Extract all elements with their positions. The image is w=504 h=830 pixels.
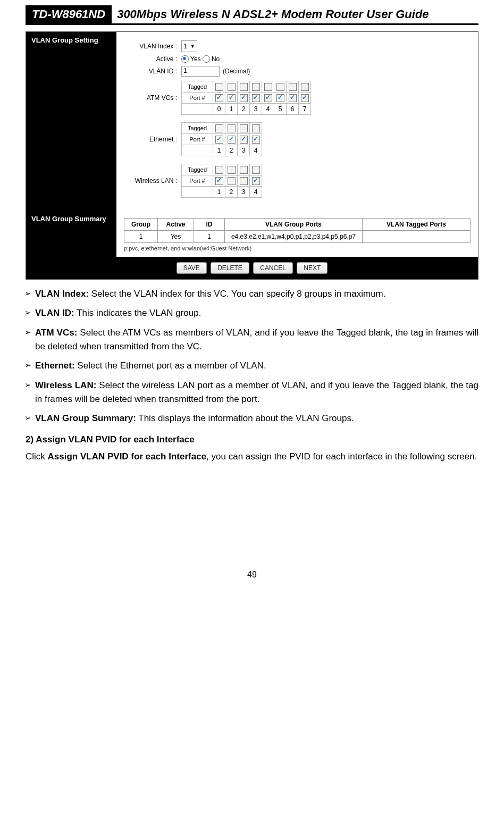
vlan-index-select[interactable]: 1 ▼: [181, 40, 197, 52]
atm-vcs-label: ATM VCs :: [124, 94, 177, 102]
checkbox[interactable]: [240, 124, 248, 132]
checkbox[interactable]: [276, 83, 284, 91]
th-id: ID: [194, 219, 225, 231]
port-legend: p:pvc, e:ethernet, and w:wlan(w4:Guest N…: [124, 245, 471, 251]
checkbox[interactable]: [215, 124, 223, 132]
active-no-text: No: [212, 55, 220, 63]
checkbox[interactable]: [252, 177, 260, 185]
checkbox[interactable]: [240, 166, 248, 174]
next-button[interactable]: NEXT: [297, 262, 327, 274]
ethernet-label: Ethernet :: [124, 136, 177, 143]
list-item: Wireless LAN: Select the wireless LAN po…: [35, 379, 478, 407]
atm-port-grid: Tagged Port # 01234567: [181, 81, 311, 115]
checkbox[interactable]: [252, 94, 260, 102]
checkbox[interactable]: [215, 83, 223, 91]
checkbox[interactable]: [228, 136, 236, 144]
doc-title: 300Mbps Wireless N ADSL2+ Modem Router U…: [112, 5, 434, 23]
vlan-index-value: 1: [183, 43, 187, 50]
list-item: VLAN ID: This indicates the VLAN group.: [35, 306, 478, 320]
checkbox[interactable]: [301, 83, 309, 91]
chevron-down-icon: ▼: [190, 44, 195, 49]
checkbox[interactable]: [215, 136, 223, 144]
checkbox[interactable]: [252, 166, 260, 174]
active-no-radio[interactable]: [203, 55, 210, 63]
checkbox[interactable]: [252, 136, 260, 144]
vlan-index-label: VLAN Index :: [124, 43, 177, 50]
eth-port-grid: Tagged Port # 1234: [181, 122, 262, 156]
checkbox[interactable]: [276, 94, 284, 102]
checkbox[interactable]: [240, 136, 248, 144]
th-active: Active: [158, 219, 194, 231]
th-group: Group: [124, 219, 158, 231]
table-row: 1 Yes 1 e4,e3,e2,e1,w1,w4,p0,p1,p2,p3,p4…: [124, 231, 471, 243]
checkbox[interactable]: [228, 166, 236, 174]
checkbox[interactable]: [215, 166, 223, 174]
list-item: VLAN Index: Select the VLAN index for th…: [35, 287, 478, 301]
checkbox[interactable]: [215, 94, 223, 102]
checkbox[interactable]: [228, 94, 236, 102]
doc-header: TD-W8961ND 300Mbps Wireless N ADSL2+ Mod…: [26, 5, 478, 25]
checkbox[interactable]: [289, 94, 297, 102]
checkbox[interactable]: [264, 83, 272, 91]
checkbox[interactable]: [240, 83, 248, 91]
section-vlan-group-summary: VLAN Group Summary: [26, 211, 116, 257]
model-badge: TD-W8961ND: [26, 5, 112, 23]
vlan-id-input[interactable]: 1: [181, 66, 220, 77]
checkbox[interactable]: [252, 124, 260, 132]
checkbox[interactable]: [252, 83, 260, 91]
list-item: VLAN Group Summary: This displays the in…: [35, 412, 478, 425]
section-vlan-group-setting: VLAN Group Setting: [26, 32, 116, 211]
vlan-id-hint: (Decimal): [223, 68, 250, 75]
checkbox[interactable]: [228, 177, 236, 185]
delete-button[interactable]: DELETE: [211, 262, 249, 274]
list-item: ATM VCs: Select the ATM VCs as members o…: [35, 326, 478, 354]
checkbox[interactable]: [240, 177, 248, 185]
wlan-label: Wireless LAN :: [124, 177, 177, 185]
vlan-screenshot: VLAN Group Setting VLAN Index : 1 ▼ Acti…: [26, 31, 478, 280]
active-yes-radio[interactable]: [181, 55, 189, 63]
body-paragraph: Click Assign VLAN PVID for each Interfac…: [26, 449, 478, 464]
vlan-summary-table: Group Active ID VLAN Group Ports VLAN Ta…: [124, 218, 471, 243]
th-tagged-ports: VLAN Tagged Ports: [363, 219, 471, 231]
list-item: Ethernet: Select the Ethernet port as a …: [35, 359, 478, 373]
checkbox[interactable]: [240, 94, 248, 102]
checkbox[interactable]: [228, 83, 236, 91]
checkbox[interactable]: [264, 94, 272, 102]
wlan-port-grid: Tagged Port # 1234: [181, 164, 262, 198]
checkbox[interactable]: [289, 83, 297, 91]
active-label: Active :: [124, 55, 177, 63]
th-group-ports: VLAN Group Ports: [225, 219, 363, 231]
checkbox[interactable]: [228, 124, 236, 132]
checkbox[interactable]: [301, 94, 309, 102]
save-button[interactable]: SAVE: [177, 262, 207, 274]
cancel-button[interactable]: CANCEL: [253, 262, 293, 274]
checkbox[interactable]: [215, 177, 223, 185]
definitions-list: VLAN Index: Select the VLAN index for th…: [26, 287, 478, 426]
vlan-id-label: VLAN ID :: [124, 68, 177, 75]
section-heading: 2) Assign VLAN PVID for each Interface: [26, 434, 478, 445]
active-yes-text: Yes: [190, 55, 201, 63]
page-number: 49: [26, 570, 478, 580]
button-bar: SAVE DELETE CANCEL NEXT: [26, 257, 478, 279]
